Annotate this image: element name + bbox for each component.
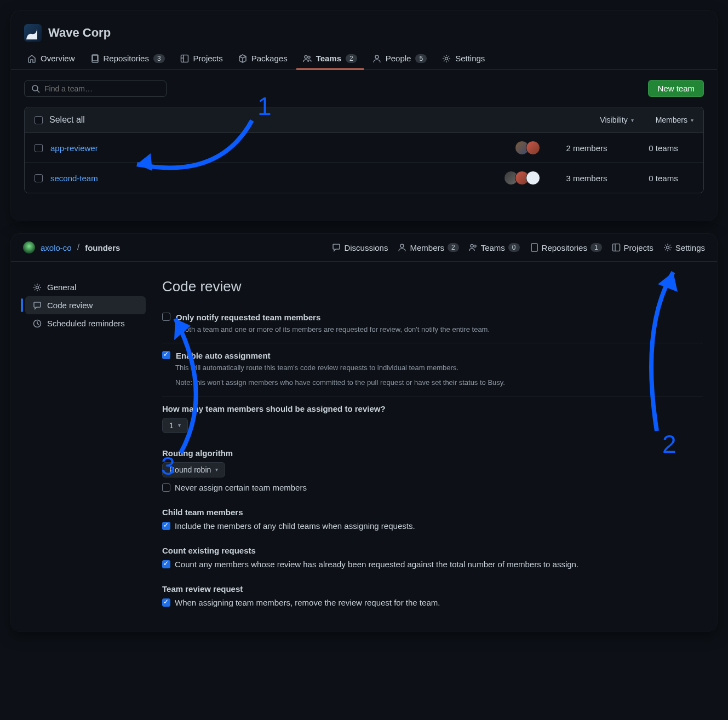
members-cell: 2 members (540, 143, 633, 153)
tab-overview[interactable]: Overview (21, 48, 82, 70)
tab-packages[interactable]: Packages (232, 48, 294, 70)
only-notify-label: Only notify requested team members (176, 313, 320, 322)
team-link[interactable]: app-reviewer (50, 143, 98, 153)
tab-members[interactable]: Members 2 (398, 243, 458, 252)
tab-label: Settings (455, 54, 485, 63)
svg-point-16 (36, 286, 39, 289)
tab-people[interactable]: People 5 (366, 48, 433, 70)
search-icon (31, 84, 40, 93)
auto-assign-checkbox[interactable] (162, 351, 170, 359)
teams-count: 0 (508, 243, 520, 252)
svg-point-10 (400, 244, 404, 247)
breadcrumb-org[interactable]: axolo-co (41, 243, 72, 252)
svg-point-7 (32, 85, 38, 91)
only-notify-checkbox[interactable] (162, 313, 170, 321)
settings-content: Code review Only notify requested team m… (162, 278, 703, 615)
avatar[interactable] (526, 171, 540, 185)
org-tabs: Overview Repositories 3 Projects Package… (11, 48, 717, 70)
avatar-stack (518, 141, 540, 155)
new-team-button[interactable]: New team (648, 80, 704, 97)
svg-rect-13 (612, 244, 620, 251)
tab-settings[interactable]: Settings (435, 48, 491, 70)
home-icon (27, 54, 36, 63)
tab-projects[interactable]: Projects (174, 48, 230, 70)
tab-teams[interactable]: Teams 2 (296, 48, 364, 70)
search-box[interactable] (24, 80, 167, 97)
existing-desc: Count any members whose review has alrea… (175, 560, 578, 569)
org-logo (24, 24, 42, 42)
sidenav-code-review[interactable]: Code review (25, 296, 146, 314)
team-breadcrumb: axolo-co / founders Discussions Members … (11, 234, 717, 262)
child-block: Child team members Include the members o… (162, 500, 703, 538)
settings-sidenav: General Code review Scheduled reminders (25, 278, 146, 615)
sidenav-general[interactable]: General (25, 278, 146, 296)
routing-block: Routing algorithm Round robin▾ Never ass… (162, 441, 703, 500)
comment-icon (33, 301, 42, 310)
caret-down-icon: ▾ (691, 117, 693, 123)
child-checkbox[interactable] (162, 522, 170, 530)
visibility-dropdown[interactable]: Visibility▾ (600, 116, 633, 124)
tab-repositories[interactable]: Repositories 3 (84, 48, 171, 70)
sidenav-scheduled-reminders[interactable]: Scheduled reminders (25, 314, 146, 332)
people-icon (303, 54, 312, 63)
search-input[interactable] (44, 84, 159, 93)
svg-line-8 (37, 90, 39, 93)
teams-cell: 0 teams (633, 174, 693, 183)
tab-projects[interactable]: Projects (612, 243, 654, 252)
teams-count: 2 (346, 54, 357, 63)
team-tabs: Discussions Members 2 Teams 0 Repositori… (332, 243, 705, 252)
tab-teams[interactable]: Teams 0 (469, 243, 520, 252)
row-checkbox[interactable] (35, 174, 43, 182)
org-header: Wave Corp (11, 24, 717, 48)
child-label: Child team members (162, 508, 703, 517)
never-assign-checkbox[interactable] (162, 483, 170, 492)
members-dropdown[interactable]: Members▾ (656, 116, 693, 124)
routing-select[interactable]: Round robin▾ (162, 462, 225, 477)
org-teams-panel: Wave Corp Overview Repositories 3 Projec… (11, 11, 717, 221)
row-checkbox[interactable] (35, 144, 43, 152)
repo-icon (530, 243, 538, 252)
team-review-label: Team review request (162, 584, 703, 594)
svg-rect-0 (181, 55, 188, 62)
caret-down-icon: ▾ (215, 466, 218, 473)
team-link[interactable]: second-team (50, 174, 98, 183)
how-many-label: How many team members should be assigned… (162, 404, 703, 413)
svg-point-4 (308, 56, 310, 58)
tab-label: Packages (251, 54, 288, 63)
select-all-checkbox[interactable] (35, 116, 43, 124)
child-desc: Include the members of any child teams w… (175, 521, 415, 531)
tab-settings[interactable]: Settings (663, 243, 705, 252)
existing-checkbox[interactable] (162, 560, 170, 568)
avatar[interactable] (526, 141, 540, 155)
project-icon (180, 54, 189, 63)
person-icon (398, 243, 406, 252)
gear-icon (33, 283, 42, 292)
comment-icon (332, 243, 341, 252)
tab-label: People (386, 54, 411, 63)
teams-cell: 0 teams (633, 143, 693, 153)
auto-assign-label: Enable auto assignment (176, 351, 271, 360)
only-notify-desc: If both a team and one or more of its me… (175, 324, 703, 335)
package-icon (238, 54, 247, 63)
people-count: 5 (415, 54, 427, 63)
table-header: Select all Visibility▾ Members▾ (25, 107, 703, 133)
team-settings-panel: axolo-co / founders Discussions Members … (11, 234, 717, 631)
existing-block: Count existing requests Count any member… (162, 538, 703, 577)
select-all-label: Select all (49, 115, 85, 125)
team-review-checkbox[interactable] (162, 598, 170, 607)
breadcrumb-team: founders (85, 243, 120, 252)
auto-assign-desc1: This will automatically route this team'… (175, 362, 703, 373)
gear-icon (663, 243, 672, 252)
tab-repositories[interactable]: Repositories 1 (530, 243, 602, 252)
search-row: New team (11, 70, 717, 107)
team-row: second-team 3 members 0 teams (25, 163, 703, 193)
svg-point-3 (305, 55, 307, 58)
tab-label: Teams (316, 54, 341, 63)
tab-label: Repositories (104, 54, 149, 63)
page-heading: Code review (162, 278, 703, 295)
avatar-stack (507, 171, 540, 185)
how-many-select[interactable]: 1▾ (162, 418, 188, 433)
tab-discussions[interactable]: Discussions (332, 243, 388, 252)
members-cell: 3 members (540, 174, 633, 183)
org-name: Wave Corp (48, 26, 111, 40)
